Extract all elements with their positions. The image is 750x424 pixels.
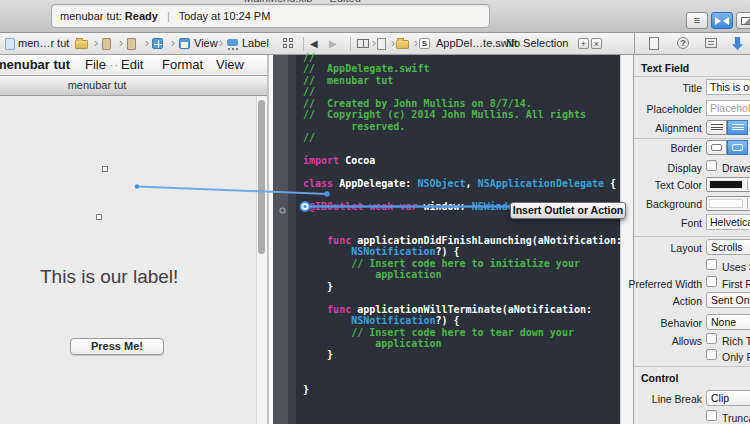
uses-single-line-checkbox[interactable] (706, 259, 717, 270)
code-line (303, 292, 622, 303)
code-line (303, 189, 622, 200)
menu-item-format[interactable]: Format (162, 55, 203, 75)
ib-jump-bar: men…r tut › › › › › View › Label (0, 33, 272, 55)
attributes-inspector: Text Field Title This is our label! Plac… (633, 55, 750, 424)
menu-item-edit[interactable]: Edit (121, 55, 143, 75)
text-color-swatch (709, 180, 743, 189)
press-me-button[interactable]: Press Me! (70, 338, 164, 355)
swift-file-icon: S (419, 38, 430, 49)
code-lines: //// AppDelegate.swift// menubar tut////… (303, 52, 622, 395)
assistant-editor-button[interactable] (711, 12, 733, 29)
layout-label: Layout (626, 242, 702, 254)
menu-dots: ··· (105, 55, 119, 75)
border-label: Border (626, 142, 702, 154)
standard-editor-button[interactable]: ≡ (686, 12, 708, 29)
counterpart-icon[interactable] (357, 39, 369, 48)
project-icon (5, 38, 15, 50)
ib-scrollbar-thumb[interactable] (258, 100, 265, 254)
text-color-well[interactable] (706, 177, 750, 192)
jumpbar-project[interactable]: men…r tut (18, 33, 69, 54)
code-line: application (303, 269, 622, 280)
ib-window-content[interactable]: This is our label! Press Me! (0, 96, 269, 424)
jumpbar-label[interactable]: Label (242, 33, 269, 54)
chevron-separator: › (64, 33, 68, 54)
display-label: Display (626, 162, 702, 174)
only-rich-checkbox[interactable] (706, 349, 717, 360)
code-line: NSNotification?) { (303, 246, 622, 257)
jumpbar-selection[interactable]: No Selection (506, 33, 568, 54)
divider (303, 37, 304, 51)
chevron-separator: › (500, 33, 504, 54)
text-label[interactable]: This is our label! (40, 266, 178, 288)
back-button[interactable]: ◀ (310, 33, 318, 54)
rich-text-checkbox[interactable] (706, 333, 717, 344)
menu-item-file[interactable]: File (85, 55, 106, 75)
background-color-well[interactable] (706, 196, 750, 211)
resize-handle-bottom[interactable] (96, 214, 102, 220)
placeholder-input[interactable]: Placeholder (706, 100, 750, 116)
font-input[interactable]: Helvetica (706, 214, 750, 230)
close-assistant-button[interactable]: × (591, 38, 602, 49)
chevron-separator: › (94, 33, 98, 54)
allows-label: Allows (626, 335, 702, 347)
chevron-separator: › (145, 33, 149, 54)
code-line: // (303, 86, 622, 97)
page-icon[interactable] (377, 38, 386, 50)
status-divider: | (161, 10, 176, 22)
resize-handle-top[interactable] (102, 166, 108, 172)
alignment-label: Alignment (626, 122, 702, 134)
title-input[interactable]: This is our label! (706, 79, 750, 95)
file-inspector-icon[interactable] (649, 37, 659, 50)
draws-background-checkbox[interactable] (706, 160, 717, 171)
code-line (303, 372, 622, 383)
objects-icon[interactable] (152, 38, 163, 49)
code-line: // Insert code here to initialize your (303, 258, 622, 269)
align-left-icon (711, 124, 723, 132)
menu-item-app[interactable]: menubar tut (0, 55, 70, 75)
xib-file-icon[interactable] (127, 38, 136, 50)
preferred-width-label: Preferred Width (626, 278, 702, 290)
assistant-editor-icon (715, 17, 721, 25)
truncates-checkbox[interactable] (706, 410, 717, 421)
code-line: } (303, 349, 622, 360)
align-center-segment[interactable] (727, 120, 748, 135)
line-break-dropdown[interactable]: Clip (706, 390, 750, 406)
related-items-icon[interactable] (283, 38, 294, 49)
code-line: // menubar tut (303, 75, 622, 86)
action-dropdown[interactable]: Sent On (706, 292, 750, 308)
layout-dropdown[interactable]: Scrolls (706, 239, 750, 255)
align-left-segment[interactable] (706, 120, 727, 135)
view-icon[interactable] (179, 38, 190, 49)
align-center-icon (732, 124, 744, 132)
border-line-icon (732, 144, 743, 151)
identity-inspector-icon[interactable] (705, 38, 717, 48)
editor-gutter-ribbon (288, 55, 296, 424)
border-line-segment[interactable] (727, 140, 748, 155)
code-line: // Copyright (c) 2014 John Mullins. All … (303, 109, 622, 120)
jumpbar-view[interactable]: View (194, 33, 218, 54)
border-none-segment[interactable] (706, 140, 727, 155)
window-titlebar: MainMenu.xib — Edited (0, 0, 750, 5)
font-label: Font (626, 217, 702, 229)
chevron-separator: › (219, 33, 223, 54)
code-line: } (303, 281, 622, 292)
code-line: // Created by John Mullins on 8/7/14. (303, 98, 622, 109)
forward-button[interactable]: ▶ (329, 33, 337, 54)
quick-help-icon[interactable]: ? (677, 37, 689, 49)
xib-file-icon[interactable] (102, 38, 111, 50)
code-line: import Cocoa (303, 155, 622, 166)
add-assistant-button[interactable]: + (578, 38, 589, 49)
chevron-separator: › (391, 33, 395, 54)
behavior-label: Behavior (626, 317, 702, 329)
code-line: } (303, 384, 622, 395)
menu-item-view[interactable]: View (216, 55, 244, 75)
status-project: menubar tut: (60, 10, 122, 22)
first-runtime-checkbox[interactable] (706, 276, 717, 287)
attributes-inspector-icon[interactable] (732, 37, 743, 50)
folder-icon[interactable] (75, 40, 88, 49)
chevron-separator: › (414, 33, 418, 54)
code-line (303, 166, 622, 177)
version-editor-button[interactable] (736, 12, 750, 29)
behavior-dropdown[interactable]: None (706, 314, 750, 330)
folder-icon[interactable] (396, 40, 409, 49)
